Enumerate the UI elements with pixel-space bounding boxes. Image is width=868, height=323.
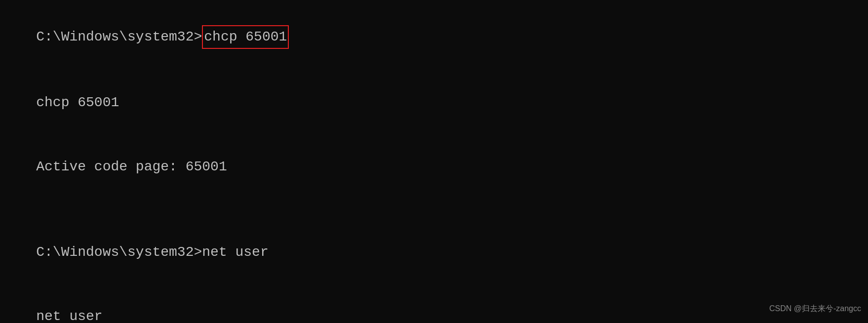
cmd1-line: C:\Windows\system32>chcp 65001 [3,4,865,70]
cmd2-echo-line: net user [3,284,865,323]
active-code-line: Active code page: 65001 [3,134,865,199]
cmd1-command: chcp 65001 [204,29,287,44]
cmd2-command: net user [202,244,268,260]
cmd2-echo: net user [36,309,102,323]
cmd1-echo-line: chcp 65001 [3,70,865,134]
cmd2-line: C:\Windows\system32>net user [3,220,865,284]
cmd1-highlight: chcp 65001 [202,25,289,48]
empty-line-1 [3,199,865,220]
cmd1-echo: chcp 65001 [36,95,119,110]
prompt-2: C:\Windows\system32> [36,244,202,260]
terminal-window: C:\Windows\system32>chcp 65001 chcp 6500… [0,0,868,323]
active-code-text: Active code page: 65001 [36,159,227,174]
prompt-1: C:\Windows\system32> [36,29,202,44]
watermark-text: CSDN @归去来兮-zangcc [769,304,861,313]
watermark: CSDN @归去来兮-zangcc [769,304,861,314]
